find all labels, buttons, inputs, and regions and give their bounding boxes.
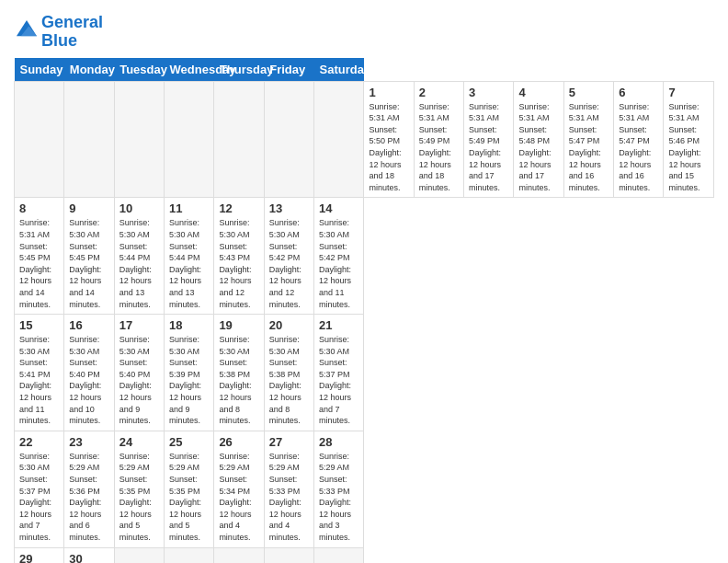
calendar-week-row: 8Sunrise: 5:31 AMSunset: 5:45 PMDaylight… bbox=[15, 198, 714, 315]
day-number: 29 bbox=[19, 552, 59, 563]
day-number: 17 bbox=[119, 318, 159, 332]
day-number: 18 bbox=[169, 318, 209, 332]
day-info: Sunrise: 5:31 AMSunset: 5:50 PMDaylight:… bbox=[369, 101, 408, 194]
logo-icon bbox=[16, 19, 38, 41]
calendar-week-row: 22Sunrise: 5:30 AMSunset: 5:37 PMDayligh… bbox=[15, 431, 714, 547]
calendar-cell: 26Sunrise: 5:29 AMSunset: 5:34 PMDayligh… bbox=[214, 431, 264, 547]
day-info: Sunrise: 5:30 AMSunset: 5:38 PMDaylight:… bbox=[219, 334, 258, 427]
day-info: Sunrise: 5:31 AMSunset: 5:47 PMDaylight:… bbox=[619, 101, 658, 194]
day-info: Sunrise: 5:30 AMSunset: 5:44 PMDaylight:… bbox=[169, 217, 209, 310]
day-of-week-header: Thursday bbox=[214, 58, 264, 82]
day-info: Sunrise: 5:30 AMSunset: 5:42 PMDaylight:… bbox=[319, 217, 358, 310]
header: General Blue bbox=[14, 9, 714, 51]
calendar-cell: 1Sunrise: 5:31 AMSunset: 5:50 PMDaylight… bbox=[364, 81, 414, 198]
day-number: 10 bbox=[119, 201, 159, 215]
day-of-week-header: Monday bbox=[64, 58, 114, 82]
calendar-cell: 7Sunrise: 5:31 AMSunset: 5:46 PMDaylight… bbox=[664, 81, 714, 198]
day-info: Sunrise: 5:30 AMSunset: 5:37 PMDaylight:… bbox=[319, 334, 358, 427]
day-number: 28 bbox=[319, 435, 358, 449]
day-number: 27 bbox=[269, 435, 309, 449]
calendar-cell: 17Sunrise: 5:30 AMSunset: 5:40 PMDayligh… bbox=[114, 315, 164, 431]
calendar-cell: 5Sunrise: 5:31 AMSunset: 5:47 PMDaylight… bbox=[563, 81, 613, 198]
day-number: 4 bbox=[518, 86, 558, 99]
page-container: General Blue SundayMondayTuesdayWednesda… bbox=[0, 0, 728, 563]
calendar-body: 1Sunrise: 5:31 AMSunset: 5:50 PMDaylight… bbox=[15, 81, 714, 563]
calendar-cell: 12Sunrise: 5:30 AMSunset: 5:43 PMDayligh… bbox=[214, 198, 264, 315]
calendar-cell: 11Sunrise: 5:30 AMSunset: 5:44 PMDayligh… bbox=[165, 198, 214, 315]
calendar-cell: 22Sunrise: 5:30 AMSunset: 5:37 PMDayligh… bbox=[15, 431, 64, 547]
day-info: Sunrise: 5:30 AMSunset: 5:39 PMDaylight:… bbox=[169, 334, 209, 427]
day-number: 21 bbox=[319, 318, 358, 332]
day-number: 26 bbox=[219, 435, 258, 449]
calendar-cell: 10Sunrise: 5:30 AMSunset: 5:44 PMDayligh… bbox=[114, 198, 164, 315]
day-number: 19 bbox=[219, 318, 258, 332]
day-number: 22 bbox=[19, 435, 59, 449]
day-number: 14 bbox=[319, 201, 358, 215]
calendar-cell: 2Sunrise: 5:31 AMSunset: 5:49 PMDaylight… bbox=[414, 81, 463, 198]
calendar-cell bbox=[314, 547, 364, 563]
day-number: 5 bbox=[569, 86, 609, 99]
calendar-cell: 20Sunrise: 5:30 AMSunset: 5:38 PMDayligh… bbox=[264, 315, 313, 431]
day-info: Sunrise: 5:30 AMSunset: 5:43 PMDaylight:… bbox=[219, 217, 258, 310]
day-number: 16 bbox=[69, 318, 108, 332]
day-info: Sunrise: 5:31 AMSunset: 5:49 PMDaylight:… bbox=[469, 101, 508, 194]
day-info: Sunrise: 5:30 AMSunset: 5:38 PMDaylight:… bbox=[269, 334, 309, 427]
day-number: 20 bbox=[269, 318, 309, 332]
day-info: Sunrise: 5:29 AMSunset: 5:33 PMDaylight:… bbox=[269, 451, 309, 544]
day-info: Sunrise: 5:30 AMSunset: 5:41 PMDaylight:… bbox=[19, 334, 59, 427]
calendar-cell: 16Sunrise: 5:30 AMSunset: 5:40 PMDayligh… bbox=[64, 315, 114, 431]
calendar-cell: 27Sunrise: 5:29 AMSunset: 5:33 PMDayligh… bbox=[264, 431, 313, 547]
day-of-week-header: Saturday bbox=[314, 58, 364, 82]
day-number: 24 bbox=[119, 435, 159, 449]
day-info: Sunrise: 5:29 AMSunset: 5:35 PMDaylight:… bbox=[169, 451, 209, 544]
day-number: 8 bbox=[19, 201, 59, 215]
day-info: Sunrise: 5:29 AMSunset: 5:34 PMDaylight:… bbox=[219, 451, 258, 544]
calendar-cell bbox=[64, 81, 114, 198]
calendar-cell bbox=[314, 81, 364, 198]
calendar-cell bbox=[114, 547, 164, 563]
calendar-cell bbox=[214, 81, 264, 198]
calendar-table: SundayMondayTuesdayWednesdayThursdayFrid… bbox=[14, 58, 714, 563]
calendar-week-row: 1Sunrise: 5:31 AMSunset: 5:50 PMDaylight… bbox=[15, 81, 714, 198]
day-info: Sunrise: 5:29 AMSunset: 5:35 PMDaylight:… bbox=[119, 451, 159, 544]
calendar-cell: 3Sunrise: 5:31 AMSunset: 5:49 PMDaylight… bbox=[464, 81, 514, 198]
day-number: 30 bbox=[69, 552, 108, 563]
calendar-cell bbox=[264, 81, 313, 198]
day-number: 11 bbox=[169, 201, 209, 215]
day-info: Sunrise: 5:31 AMSunset: 5:47 PMDaylight:… bbox=[569, 101, 609, 194]
day-number: 15 bbox=[19, 318, 59, 332]
calendar-cell: 24Sunrise: 5:29 AMSunset: 5:35 PMDayligh… bbox=[114, 431, 164, 547]
day-info: Sunrise: 5:31 AMSunset: 5:45 PMDaylight:… bbox=[19, 217, 59, 310]
day-info: Sunrise: 5:30 AMSunset: 5:45 PMDaylight:… bbox=[69, 217, 108, 310]
day-info: Sunrise: 5:31 AMSunset: 5:48 PMDaylight:… bbox=[518, 101, 558, 194]
day-info: Sunrise: 5:29 AMSunset: 5:33 PMDaylight:… bbox=[319, 451, 358, 544]
logo-text2: Blue bbox=[41, 32, 103, 51]
day-of-week-header: Friday bbox=[264, 58, 313, 82]
day-number: 3 bbox=[469, 86, 508, 99]
day-info: Sunrise: 5:31 AMSunset: 5:49 PMDaylight:… bbox=[419, 101, 459, 194]
day-number: 9 bbox=[69, 201, 108, 215]
day-number: 25 bbox=[169, 435, 209, 449]
day-number: 1 bbox=[369, 86, 408, 99]
calendar-cell: 19Sunrise: 5:30 AMSunset: 5:38 PMDayligh… bbox=[214, 315, 264, 431]
calendar-cell bbox=[165, 547, 214, 563]
calendar-cell: 13Sunrise: 5:30 AMSunset: 5:42 PMDayligh… bbox=[264, 198, 313, 315]
calendar-cell: 18Sunrise: 5:30 AMSunset: 5:39 PMDayligh… bbox=[165, 315, 214, 431]
day-number: 7 bbox=[668, 86, 709, 99]
calendar-header-row: SundayMondayTuesdayWednesdayThursdayFrid… bbox=[15, 58, 714, 82]
calendar-cell: 9Sunrise: 5:30 AMSunset: 5:45 PMDaylight… bbox=[64, 198, 114, 315]
calendar-cell: 15Sunrise: 5:30 AMSunset: 5:41 PMDayligh… bbox=[15, 315, 64, 431]
day-number: 6 bbox=[619, 86, 658, 99]
calendar-week-row: 29Sunrise: 5:29 AMSunset: 5:32 PMDayligh… bbox=[15, 547, 714, 563]
calendar-cell bbox=[114, 81, 164, 198]
day-of-week-header: Sunday bbox=[15, 58, 64, 82]
day-info: Sunrise: 5:30 AMSunset: 5:40 PMDaylight:… bbox=[69, 334, 108, 427]
calendar-cell: 8Sunrise: 5:31 AMSunset: 5:45 PMDaylight… bbox=[15, 198, 64, 315]
calendar-cell bbox=[264, 547, 313, 563]
calendar-cell: 21Sunrise: 5:30 AMSunset: 5:37 PMDayligh… bbox=[314, 315, 364, 431]
day-number: 13 bbox=[269, 201, 309, 215]
calendar-cell: 14Sunrise: 5:30 AMSunset: 5:42 PMDayligh… bbox=[314, 198, 364, 315]
day-info: Sunrise: 5:30 AMSunset: 5:40 PMDaylight:… bbox=[119, 334, 159, 427]
calendar-cell: 29Sunrise: 5:29 AMSunset: 5:32 PMDayligh… bbox=[15, 547, 64, 563]
calendar-cell bbox=[165, 81, 214, 198]
